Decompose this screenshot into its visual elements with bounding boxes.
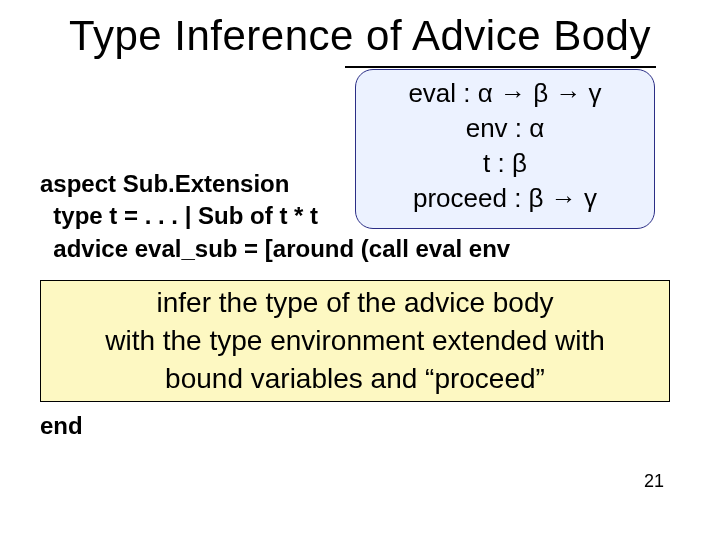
- slide: Type Inference of Advice Body aspect Sub…: [0, 0, 720, 540]
- note-line-1: infer the type of the advice body: [41, 284, 669, 322]
- note-box: infer the type of the advice body with t…: [40, 280, 670, 402]
- type-line-eval: eval : α → β → γ: [356, 76, 654, 111]
- title-underline: [345, 66, 656, 68]
- type-environment-box: eval : α → β → γ env : α t : β proceed :…: [355, 69, 655, 229]
- note-line-2: with the type environment extended with: [41, 322, 669, 360]
- code-line-2: type t = . . . | Sub of t * t: [40, 202, 318, 229]
- type-line-proceed: proceed : β → γ: [356, 181, 654, 216]
- code-line-1: aspect Sub.Extension: [40, 170, 289, 197]
- code-line-3: advice eval_sub = [around (call eval env: [40, 235, 510, 262]
- end-keyword: end: [40, 412, 83, 440]
- type-line-t: t : β: [356, 146, 654, 181]
- page-number: 21: [644, 471, 664, 492]
- type-line-env: env : α: [356, 111, 654, 146]
- slide-title: Type Inference of Advice Body: [0, 12, 720, 60]
- note-line-3: bound variables and “proceed”: [41, 360, 669, 398]
